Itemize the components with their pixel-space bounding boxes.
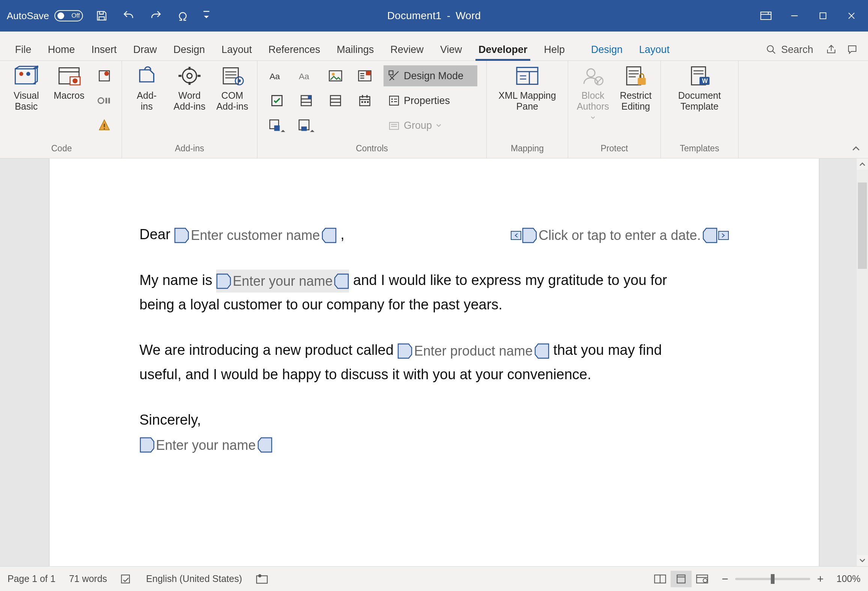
ribbon-group-mapping: XML Mapping Pane Mapping [487,61,568,158]
scroll-down-icon[interactable] [857,555,868,566]
pause-recording-icon[interactable] [94,90,115,111]
visual-basic-label: Visual Basic [14,90,39,112]
repeating-section-control-icon[interactable] [354,65,375,86]
ribbon-display-options-icon[interactable] [758,8,773,23]
svg-rect-15 [104,124,105,127]
addins-button[interactable]: Add- ins [129,65,165,112]
document-page[interactable]: Dear Enter customer name , Click or tap … [50,158,819,566]
ribbon-tabs: File Home Insert Draw Design Layout Refe… [0,32,868,61]
content-control-date[interactable]: Click or tap to enter a date. [511,224,728,247]
building-block-control-icon[interactable] [296,115,317,136]
content-control-signature[interactable]: Enter your name [140,434,272,457]
tab-mailings[interactable]: Mailings [328,39,382,60]
share-icon[interactable] [822,39,840,60]
tab-table-layout[interactable]: Layout [631,39,678,60]
cc-customer-placeholder: Enter customer name [189,224,321,247]
legacy-tools-icon[interactable] [266,115,287,136]
search-box[interactable]: Search [760,39,819,60]
content-control-product-name[interactable]: Enter product name [397,339,549,362]
svg-point-18 [187,73,192,78]
maximize-icon[interactable] [815,8,830,23]
svg-point-49 [391,101,393,103]
svg-rect-39 [366,71,370,75]
undo-icon[interactable] [121,8,136,23]
zoom-slider-knob[interactable] [771,574,775,584]
tab-home[interactable]: Home [40,39,83,60]
vertical-scrollbar[interactable] [857,158,868,566]
svg-point-48 [391,98,393,100]
collapse-ribbon-icon[interactable] [849,142,863,156]
design-mode-button[interactable]: Design Mode [384,65,477,86]
tab-developer[interactable]: Developer [470,39,536,60]
tab-help[interactable]: Help [536,39,573,60]
svg-rect-45 [367,101,369,103]
zoom-level[interactable]: 100% [830,573,860,584]
cc-right-cap-icon [534,343,549,359]
tab-draw[interactable]: Draw [125,39,165,60]
zoom-slider[interactable] [735,578,810,580]
autosave-state: Off [71,12,80,20]
cc-left-cap-icon [216,273,231,289]
rich-text-control-icon[interactable]: Aa [266,65,287,86]
plain-text-control-icon[interactable]: Aa [296,65,317,86]
document-template-button[interactable]: W Document Template [668,65,731,112]
status-proofing-icon[interactable] [120,574,132,584]
scroll-up-icon[interactable] [857,158,868,170]
cc-left-cap-icon [140,437,155,453]
combobox-control-icon[interactable] [296,90,317,111]
xml-mapping-pane-button[interactable]: XML Mapping Pane [493,65,561,112]
comments-icon[interactable] [843,39,861,60]
macro-security-icon[interactable] [94,115,115,136]
zoom-out-button[interactable]: − [720,573,730,585]
ribbon-group-addins-title: Add-ins [175,143,204,156]
picture-control-icon[interactable] [325,65,346,86]
svg-rect-46 [389,71,393,75]
checkbox-control-icon[interactable] [266,90,287,111]
tab-table-design[interactable]: Design [583,39,631,60]
word-addins-button[interactable]: Word Add-ins [171,65,208,112]
status-language[interactable]: English (United States) [146,573,242,584]
scrollbar-thumb[interactable] [858,182,867,269]
app-name: Word [456,10,481,21]
tab-insert[interactable]: Insert [83,39,125,60]
restrict-editing-label: Restrict Editing [620,90,652,112]
qat-more-icon[interactable] [202,8,211,23]
status-words[interactable]: 71 words [69,573,107,584]
tab-view[interactable]: View [432,39,470,60]
scrollbar-track[interactable] [857,170,868,555]
tab-layout[interactable]: Layout [213,39,260,60]
read-mode-icon[interactable] [650,571,671,587]
zoom-in-button[interactable]: + [815,573,825,585]
save-icon[interactable] [94,8,109,23]
omega-icon[interactable] [175,8,190,23]
print-layout-icon[interactable] [671,571,692,587]
svg-point-25 [238,79,241,82]
dropdown-control-icon[interactable] [325,90,346,111]
cc-right-cap-icon [334,273,349,289]
view-buttons [650,571,713,587]
web-layout-icon[interactable] [692,571,713,587]
visual-basic-button[interactable]: Visual Basic [8,65,44,112]
autosave-switch[interactable]: Off [54,10,83,21]
content-control-your-name[interactable]: Enter your name [216,270,349,292]
restrict-editing-button[interactable]: Restrict Editing [618,65,654,112]
cc-right-cap-icon [703,228,718,243]
tab-review[interactable]: Review [382,39,432,60]
macros-button[interactable]: Macros [51,65,87,101]
status-page[interactable]: Page 1 of 1 [8,573,56,584]
close-icon[interactable] [844,8,859,23]
tab-references[interactable]: References [260,39,328,60]
tab-design[interactable]: Design [165,39,213,60]
text-p2a: We are introducing a new product called [140,342,394,358]
tab-file[interactable]: File [7,39,40,60]
autosave-toggle[interactable]: AutoSave Off [7,10,83,22]
minimize-icon[interactable] [787,8,802,23]
content-control-customer-name[interactable]: Enter customer name [174,224,336,247]
properties-button[interactable]: Properties [384,90,477,111]
search-label: Search [781,44,813,56]
com-addins-button[interactable]: COM Add-ins [214,65,250,112]
redo-icon[interactable] [148,8,163,23]
record-macro-icon[interactable] [94,65,115,86]
date-picker-control-icon[interactable] [354,90,375,111]
status-macro-icon[interactable] [256,573,268,585]
